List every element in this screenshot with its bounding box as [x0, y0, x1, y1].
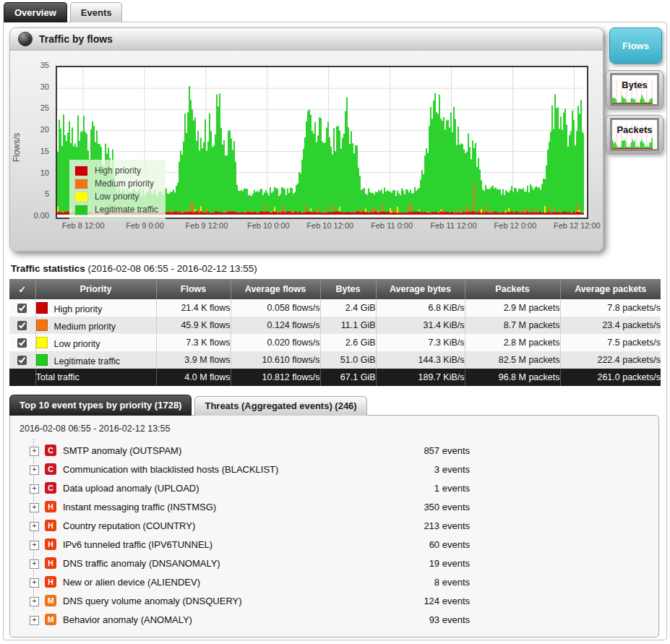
- flows-chart-plot[interactable]: High priorityMedium priorityLow priority…: [56, 66, 588, 219]
- packets-view-button[interactable]: Packets: [606, 115, 663, 154]
- y-tick-label: 10: [20, 168, 49, 177]
- main-content-box: Traffic by flows Flows/s 35302520151050.…: [3, 22, 667, 640]
- packets-thumbnail: Packets: [610, 118, 659, 151]
- event-tabbar: Top 10 event types by priority (1728) Th…: [9, 395, 367, 416]
- table-row: Low priority7.3 K flows0.020 flows/s2.6 …: [9, 334, 661, 351]
- y-tick-label: 20: [20, 125, 49, 134]
- event-row[interactable]: +MBehavior anomaly (ANOMALY)93 events: [10, 611, 658, 630]
- legend-label: Legitimate traffic: [95, 205, 158, 215]
- column-header[interactable]: Bytes: [320, 279, 376, 299]
- event-row[interactable]: +HCountry reputation (COUNTRY)213 events: [10, 517, 658, 536]
- stat-value: 0.058 flows/s: [231, 299, 320, 317]
- tab-threats[interactable]: Threats (Aggregated events) (246): [194, 396, 366, 416]
- priority-label: Legitimate traffic: [54, 356, 120, 366]
- event-row[interactable]: +HNew or alien device (ALIENDEV)8 events: [10, 573, 658, 592]
- y-tick-label: 0.00: [20, 211, 49, 220]
- y-tick-label: 5: [20, 189, 49, 198]
- stats-heading-period: (2016-02-08 06:55 - 2016-02-12 13:55): [88, 263, 257, 274]
- event-row[interactable]: +HInstant messaging traffic (INSTMSG)350…: [10, 498, 658, 517]
- legend-item: Legitimate traffic: [74, 203, 158, 216]
- priority-swatch: [36, 302, 48, 314]
- total-value: 67.1 GiB: [320, 369, 376, 386]
- event-row[interactable]: +HDNS traffic anomaly (DNSANOMALY)19 eve…: [10, 554, 658, 573]
- legend-label: Low priority: [95, 192, 139, 202]
- column-header[interactable]: Priority: [35, 279, 156, 299]
- x-tick-label: Feb 10 12:00: [306, 221, 353, 230]
- x-tick-label: Feb 9 0:00: [126, 221, 164, 230]
- tab-events[interactable]: Events: [70, 2, 123, 22]
- legend-item: High priority: [74, 164, 158, 177]
- y-tick-label: 35: [20, 61, 49, 69]
- event-count: 857 events: [10, 445, 470, 456]
- row-checkbox[interactable]: [17, 321, 27, 330]
- column-header[interactable]: Average flows: [231, 279, 320, 299]
- stat-value: 11.1 GiB: [320, 317, 376, 334]
- column-header[interactable]: Average bytes: [376, 279, 465, 299]
- event-row[interactable]: +MDNS query volume anomaly (DNSQUERY)124…: [10, 592, 658, 611]
- column-header[interactable]: Flows: [156, 279, 231, 299]
- tab-overview[interactable]: Overview: [4, 2, 67, 22]
- x-tick-label: Feb 8 12:00: [62, 221, 105, 230]
- stat-value: 7.3 KiB/s: [376, 334, 465, 351]
- event-count: 19 events: [10, 558, 470, 569]
- stat-value: 7.3 K flows: [156, 334, 231, 351]
- stat-value: 2.6 GiB: [320, 334, 376, 351]
- total-value: 189.7 KiB/s: [376, 369, 465, 386]
- total-value: 10.812 flows/s: [231, 369, 320, 386]
- stat-value: 82.5 M packets: [465, 351, 560, 369]
- stat-value: 0.124 flows/s: [231, 317, 320, 334]
- row-checkbox[interactable]: [17, 304, 27, 313]
- row-checkbox[interactable]: [17, 338, 27, 348]
- stats-heading: Traffic statistics (2016-02-08 06:55 - 2…: [11, 263, 257, 274]
- event-count: 213 events: [10, 520, 470, 531]
- x-tick-label: Feb 10 0:00: [247, 221, 290, 230]
- priority-label: High priority: [54, 304, 103, 314]
- total-label: Total traffic: [35, 369, 156, 386]
- legend-item: Low priority: [74, 190, 158, 203]
- y-tick-label: 30: [20, 82, 49, 91]
- legend-swatch: [74, 166, 88, 176]
- flows-view-button[interactable]: Flows: [609, 27, 662, 64]
- stat-value: 51.0 GiB: [320, 351, 376, 369]
- table-row: Medium priority45.9 K flows0.124 flows/s…: [9, 317, 661, 334]
- event-count: 350 events: [10, 502, 470, 512]
- table-header-row: ✓PriorityFlowsAverage flowsBytesAverage …: [9, 279, 661, 299]
- event-row[interactable]: +HIPv6 tunneled traffic (IPV6TUNNEL)60 e…: [10, 536, 658, 554]
- tab-top10-events[interactable]: Top 10 event types by priority (1728): [9, 395, 192, 416]
- traffic-panel: Traffic by flows Flows/s 35302520151050.…: [9, 27, 604, 252]
- stat-value: 222.4 packets/s: [560, 351, 661, 369]
- select-all-check-icon[interactable]: ✓: [9, 279, 35, 299]
- event-row[interactable]: +CSMTP anomaly (OUTSPAM)857 events: [10, 442, 658, 460]
- event-row[interactable]: +CCommunication with blacklisted hosts (…: [10, 460, 658, 479]
- priority-label: Medium priority: [54, 322, 116, 332]
- stat-value: 45.9 K flows: [156, 317, 231, 334]
- event-count: 60 events: [10, 539, 470, 550]
- bytes-button-label: Bytes: [612, 80, 657, 90]
- priority-label: Low priority: [54, 339, 100, 349]
- column-header[interactable]: Packets: [465, 279, 560, 299]
- event-count: 1 events: [10, 483, 470, 494]
- priority-swatch: [36, 337, 48, 348]
- main-tabbar: Overview Events: [4, 2, 122, 22]
- stat-value: 2.8 M packets: [465, 334, 560, 351]
- stat-value: 3.9 M flows: [156, 351, 231, 369]
- total-value: 96.8 M packets: [465, 369, 560, 386]
- x-tick-label: Feb 9 12:00: [186, 221, 228, 230]
- bytes-view-button[interactable]: Bytes: [606, 70, 663, 109]
- total-value: 4.0 M flows: [156, 369, 231, 386]
- total-row: Total traffic4.0 M flows10.812 flows/s67…: [9, 369, 661, 386]
- column-header[interactable]: Average packets: [560, 279, 661, 299]
- event-row[interactable]: +CData upload anomaly (UPLOAD)1 events: [10, 479, 658, 498]
- table-row: High priority21.4 K flows0.058 flows/s2.…: [9, 299, 661, 317]
- legend-item: Medium priority: [74, 177, 158, 190]
- priority-swatch: [36, 319, 48, 331]
- y-tick-label: 25: [20, 103, 49, 112]
- stats-heading-title: Traffic statistics: [11, 263, 85, 274]
- x-tick-label: Feb 12 0:00: [494, 221, 537, 230]
- gauge-icon: [18, 32, 33, 46]
- event-count: 124 events: [10, 596, 470, 606]
- priority-swatch: [36, 354, 48, 366]
- bytes-thumbnail: Bytes: [610, 73, 659, 106]
- stat-value: 23.4 packets/s: [560, 317, 661, 334]
- row-checkbox[interactable]: [17, 356, 27, 365]
